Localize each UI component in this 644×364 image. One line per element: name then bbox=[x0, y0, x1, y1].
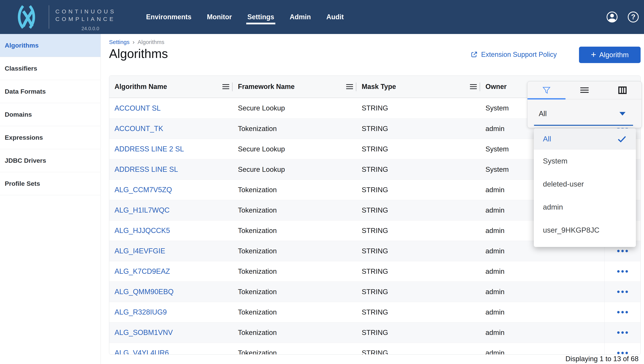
page-title: Algorithms bbox=[109, 46, 168, 61]
extension-support-policy-label: Extension Support Policy bbox=[481, 50, 557, 58]
nav-icons: ? bbox=[606, 0, 639, 34]
nav-item-settings[interactable]: Settings bbox=[247, 13, 274, 21]
brand-line2: COMPLIANCE bbox=[55, 16, 115, 22]
algorithm-link[interactable]: ACCOUNT_TK bbox=[109, 124, 233, 133]
table-tools-panel: All bbox=[527, 81, 642, 128]
sidebar-item-algorithms[interactable]: Algorithms bbox=[0, 34, 101, 57]
row-actions-menu-icon[interactable] bbox=[617, 290, 628, 293]
columns-icon bbox=[618, 86, 627, 94]
top-navbar: CONTINUOUS COMPLIANCE 24.0.0.0 Environme… bbox=[0, 0, 644, 34]
column-header-algorithm-name: Algorithm Name bbox=[109, 76, 233, 98]
sidebar-item-data-formats[interactable]: Data Formats bbox=[0, 80, 101, 103]
column-menu-icon[interactable] bbox=[346, 84, 353, 89]
algorithm-link[interactable]: ADDRESS LINE 2 SL bbox=[109, 145, 233, 153]
owner-filter-dropdown: All System deleted-user admin user_9HKGP… bbox=[534, 128, 636, 247]
algorithm-link[interactable]: ALG_V4YL4UR6 bbox=[109, 349, 233, 354]
add-algorithm-label: Algorithm bbox=[599, 51, 629, 59]
account-icon[interactable] bbox=[606, 11, 618, 23]
tools-tabs bbox=[527, 81, 641, 99]
nav-item-environments[interactable]: Environments bbox=[146, 13, 191, 21]
dropdown-option-deleted-user[interactable]: deleted-user bbox=[534, 172, 636, 196]
algorithm-link[interactable]: ALG_SOBM1VNV bbox=[109, 328, 233, 336]
algorithm-link[interactable]: ALG_QMM90EBQ bbox=[109, 288, 233, 296]
extension-support-policy-link[interactable]: Extension Support Policy bbox=[471, 50, 557, 58]
row-actions bbox=[604, 322, 640, 343]
row-actions bbox=[604, 302, 640, 322]
nav-item-audit[interactable]: Audit bbox=[326, 13, 344, 21]
check-icon bbox=[617, 135, 626, 142]
column-header-framework-name: Framework Name bbox=[233, 76, 356, 98]
dropdown-option-user-9hkgp8jc[interactable]: user_9HKGP8JC bbox=[534, 219, 636, 242]
sidebar: Algorithms Classifiers Data Formats Doma… bbox=[0, 34, 101, 364]
list-icon bbox=[580, 87, 589, 94]
owner-filter-select[interactable]: All bbox=[527, 99, 641, 128]
row-actions bbox=[604, 343, 640, 354]
row-actions bbox=[604, 282, 640, 302]
select-underline bbox=[534, 125, 633, 126]
algorithm-link[interactable]: ALG_K7CD9EAZ bbox=[109, 267, 233, 276]
row-actions bbox=[604, 261, 640, 282]
plus-icon: + bbox=[591, 50, 596, 59]
table-row: ALG_SOBM1VNV Tokenization STRING admin bbox=[109, 322, 640, 343]
breadcrumb: Settings › Algorithms bbox=[109, 38, 164, 46]
column-header-mask-type: Mask Type bbox=[356, 76, 480, 98]
row-actions-menu-icon[interactable] bbox=[617, 311, 628, 314]
column-menu-icon[interactable] bbox=[470, 84, 477, 89]
algorithm-link[interactable]: ALG_H1IL7WQC bbox=[109, 206, 233, 214]
sidebar-item-jdbc-drivers[interactable]: JDBC Drivers bbox=[0, 149, 101, 172]
sidebar-item-classifiers[interactable]: Classifiers bbox=[0, 57, 101, 80]
brand-version: 24.0.0.0 bbox=[55, 26, 125, 32]
table-row: ALG_K7CD9EAZ Tokenization STRING admin bbox=[109, 261, 640, 282]
row-actions-menu-icon[interactable] bbox=[617, 270, 628, 272]
help-icon[interactable]: ? bbox=[627, 11, 639, 23]
breadcrumb-settings-link[interactable]: Settings bbox=[109, 39, 129, 45]
sidebar-item-domains[interactable]: Domains bbox=[0, 103, 101, 126]
external-link-icon bbox=[471, 51, 478, 58]
algorithm-link[interactable]: ALG_HJJQCCK5 bbox=[109, 226, 233, 235]
filter-icon bbox=[542, 86, 551, 94]
sidebar-item-profile-sets[interactable]: Profile Sets bbox=[0, 172, 101, 195]
dropdown-option-admin[interactable]: admin bbox=[534, 196, 636, 219]
svg-text:?: ? bbox=[631, 13, 635, 21]
algorithm-link[interactable]: ALG_R328IUG9 bbox=[109, 308, 233, 316]
table-row: ALG_V4YL4UR6 Tokenization STRING admin bbox=[109, 343, 640, 354]
nav-item-monitor[interactable]: Monitor bbox=[207, 13, 232, 21]
owner-filter-value: All bbox=[539, 110, 547, 118]
breadcrumb-separator: › bbox=[132, 38, 135, 46]
tab-columns[interactable] bbox=[603, 81, 641, 99]
brand-line1: CONTINUOUS bbox=[55, 8, 116, 15]
row-actions-menu-icon[interactable] bbox=[617, 331, 628, 334]
tab-filter[interactable] bbox=[527, 81, 565, 99]
sidebar-item-expressions[interactable]: Expressions bbox=[0, 126, 101, 149]
algorithm-link[interactable]: ALG_CCM7V5ZQ bbox=[109, 186, 233, 194]
nav-item-admin[interactable]: Admin bbox=[290, 13, 311, 21]
algorithm-link[interactable]: ACCOUNT SL bbox=[109, 104, 233, 112]
tab-list[interactable] bbox=[565, 81, 603, 99]
table-row: ALG_R328IUG9 Tokenization STRING admin bbox=[109, 302, 640, 322]
table-row: ALG_QMM90EBQ Tokenization STRING admin bbox=[109, 282, 640, 302]
chevron-down-icon bbox=[619, 112, 625, 116]
screen: CONTINUOUS COMPLIANCE 24.0.0.0 Environme… bbox=[0, 0, 644, 364]
pagination-status: Displaying 1 to 13 of 68 bbox=[565, 355, 638, 363]
brand-logo-icon bbox=[12, 3, 41, 31]
breadcrumb-current: Algorithms bbox=[138, 39, 164, 45]
row-actions-menu-icon[interactable] bbox=[617, 352, 628, 354]
algorithm-link[interactable]: ADDRESS LINE SL bbox=[109, 166, 233, 174]
nav-menu: Environments Monitor Settings Admin Audi… bbox=[146, 0, 344, 34]
algorithm-link[interactable]: ALG_I4EVFGIE bbox=[109, 247, 233, 255]
add-algorithm-button[interactable]: + Algorithm bbox=[579, 47, 640, 63]
dropdown-option-system[interactable]: System bbox=[534, 150, 636, 172]
brand-divider bbox=[49, 5, 49, 29]
dropdown-option-all[interactable]: All bbox=[534, 128, 636, 150]
column-menu-icon[interactable] bbox=[222, 84, 229, 89]
row-actions-menu-icon[interactable] bbox=[617, 250, 628, 252]
